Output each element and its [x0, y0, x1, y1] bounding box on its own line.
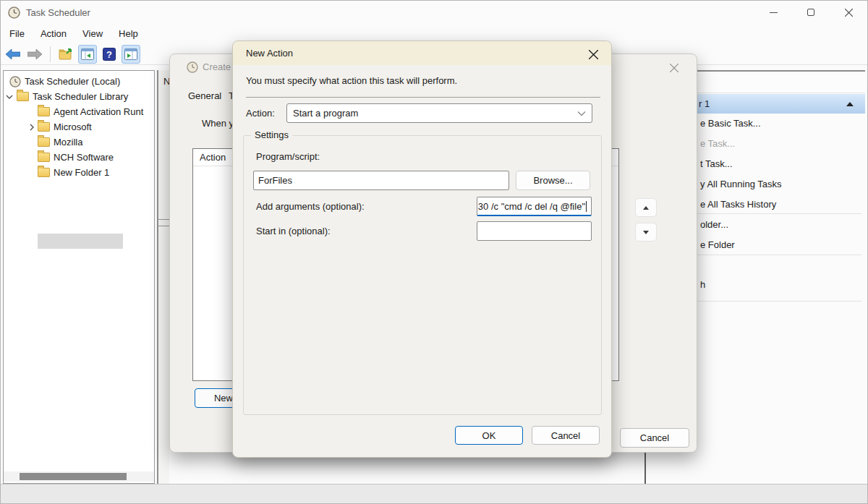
folder-icon [38, 137, 50, 147]
chevron-down-icon [577, 111, 586, 116]
menu-file[interactable]: File [9, 28, 25, 39]
new-action-dialog: New Action You must specify what action … [232, 40, 612, 458]
tree-item-library[interactable]: Task Scheduler Library [5, 89, 128, 104]
back-button[interactable] [4, 45, 22, 64]
task-scheduler-window: Task Scheduler File Action View Help ? [0, 0, 868, 504]
menu-help[interactable]: Help [119, 28, 138, 39]
new-action-titlebar: New Action [233, 41, 611, 65]
new-action-title: New Action [246, 48, 293, 59]
chevron-down-icon[interactable] [5, 93, 14, 101]
settings-legend: Settings [251, 129, 292, 140]
tree-item-label: NCH Software [54, 152, 114, 163]
ok-button-label: OK [482, 430, 496, 441]
tree-scrollbar-thumb[interactable] [20, 473, 127, 480]
add-arguments-value: 30 /c "cmd /c del /q @file" [478, 201, 585, 212]
tree-item-label: Task Scheduler (Local) [25, 76, 120, 87]
collapse-arrow-icon[interactable] [846, 102, 854, 106]
description-separator [246, 97, 600, 98]
task-scheduler-clock-icon [8, 7, 20, 19]
tree-item-microsoft[interactable]: Microsoft [27, 119, 92, 134]
browse-button[interactable]: Browse... [516, 171, 590, 190]
tree-item-label: Task Scheduler Library [33, 91, 128, 102]
action-type-dropdown[interactable]: Start a program [286, 103, 592, 123]
chevron-right-icon[interactable] [27, 123, 36, 132]
cancel-button-label: Cancel [551, 430, 580, 441]
up-arrow-icon [643, 206, 649, 210]
forward-button[interactable] [25, 45, 44, 64]
library-folder-icon [17, 92, 29, 101]
program-script-label: Program/script: [256, 151, 320, 162]
folder-icon [38, 168, 50, 177]
folder-icon [38, 122, 50, 132]
show-hide-tree-toggle[interactable] [78, 45, 97, 64]
maximize-button[interactable] [792, 1, 830, 24]
create-task-close-icon[interactable] [665, 60, 684, 76]
show-console-tree-button[interactable] [56, 45, 75, 64]
tree-horizontal-scrollbar[interactable] [4, 471, 154, 482]
menu-action[interactable]: Action [41, 28, 67, 39]
toolbar-separator [50, 46, 51, 62]
down-arrow-icon [643, 231, 649, 234]
help-icon: ? [103, 48, 116, 61]
titlebar: Task Scheduler [1, 1, 867, 24]
tree-item-mozilla[interactable]: Mozilla [38, 134, 82, 150]
start-in-label: Start in (optional): [256, 226, 331, 236]
ok-button[interactable]: OK [455, 426, 523, 445]
move-action-up-button[interactable] [635, 198, 657, 217]
folder-icon [38, 153, 50, 162]
pane-notch [158, 226, 169, 226]
new-action-description: You must specify what action this task w… [246, 75, 457, 86]
action-column-header[interactable]: Action [200, 152, 226, 163]
action-pane-window-icon [124, 48, 137, 60]
browse-button-label: Browse... [533, 175, 572, 186]
back-arrow-icon [6, 49, 20, 59]
cancel-button-label: Cancel [640, 432, 669, 443]
action-label: Action: [246, 108, 275, 119]
tree-item-new-folder-1[interactable]: New Folder 1 [38, 165, 109, 180]
new-action-cancel-button[interactable]: Cancel [532, 426, 600, 445]
create-task-clock-icon [187, 61, 198, 75]
show-action-pane-toggle[interactable] [122, 45, 140, 64]
tree-item-agent-activation[interactable]: Agent Activation Runt [38, 104, 143, 119]
help-button[interactable]: ? [100, 45, 119, 64]
svg-text:?: ? [106, 48, 112, 59]
menu-view[interactable]: View [82, 28, 103, 39]
tree-item-label: New Folder 1 [54, 167, 109, 178]
tree-item-nch-software[interactable]: NCH Software [38, 150, 114, 165]
minimize-button[interactable] [754, 1, 792, 24]
add-arguments-label: Add arguments (optional): [256, 201, 365, 212]
action-type-value: Start a program [293, 108, 577, 119]
tree-selection-highlight [38, 234, 123, 249]
tree-item-label: Mozilla [54, 137, 82, 148]
console-tree-panel: Task Scheduler (Local) Task Scheduler Li… [3, 70, 155, 484]
folder-icon [38, 107, 50, 116]
window-title: Task Scheduler [26, 7, 90, 18]
program-script-value: ForFiles [258, 175, 292, 186]
clock-icon [9, 76, 21, 87]
forward-arrow-icon [27, 49, 42, 59]
console-window-icon [81, 48, 94, 60]
new-action-close-icon[interactable] [584, 46, 603, 62]
status-strip [1, 484, 867, 504]
tree-item-label: Microsoft [54, 121, 92, 132]
close-button[interactable] [830, 1, 867, 24]
tree-item-label: Agent Activation Runt [54, 106, 143, 117]
move-action-down-button[interactable] [635, 223, 657, 242]
add-arguments-input[interactable]: 30 /c "cmd /c del /q @file" [477, 197, 592, 216]
tab-general[interactable]: General [188, 90, 221, 101]
program-script-input[interactable]: ForFiles [253, 171, 509, 190]
start-in-input[interactable] [477, 221, 592, 241]
pane-divider [644, 453, 646, 484]
tree-item-root[interactable]: Task Scheduler (Local) [9, 74, 120, 89]
pane-notch [158, 219, 169, 220]
actions-group-header-label: r 1 [699, 98, 710, 109]
text-caret [586, 201, 587, 212]
task-list-pane-sliver: N [157, 70, 169, 484]
create-task-cancel-button[interactable]: Cancel [620, 428, 689, 448]
folder-export-icon [59, 48, 73, 61]
